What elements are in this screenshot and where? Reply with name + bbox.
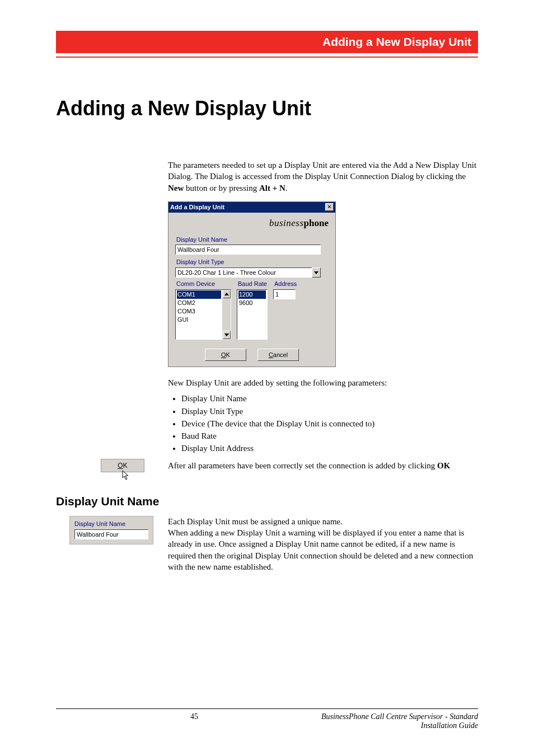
page-footer: 45 BusinessPhone Call Centre Supervisor … xyxy=(56,708,478,730)
display-unit-type-select[interactable] xyxy=(175,267,312,278)
display-unit-name-thumbnail: Display Unit Name xyxy=(69,516,153,544)
header-bar: Adding a New Display Unit xyxy=(56,31,478,53)
cursor-icon xyxy=(122,470,132,481)
scroll-up-icon[interactable] xyxy=(223,290,231,298)
comm-device-label: Comm Device xyxy=(176,280,231,288)
sec2-p1: Each Display Unit must be assigned a uni… xyxy=(168,516,478,527)
baud-rate-listbox[interactable]: 1200 9600 xyxy=(237,289,268,340)
type-label: Display Unit Type xyxy=(176,258,329,266)
ok-paragraph: After all parameters have been correctly… xyxy=(168,460,478,471)
baud-rate-label: Baud Rate xyxy=(238,280,268,288)
params-list: Display Unit Name Display Unit Type Devi… xyxy=(181,393,478,454)
thumb-name-input xyxy=(74,529,148,539)
display-unit-name-input[interactable] xyxy=(175,245,321,255)
section-title-display-unit-name: Display Unit Name xyxy=(56,495,478,508)
params-lead: New Display Unit are added by setting th… xyxy=(168,377,478,388)
close-icon[interactable]: × xyxy=(325,203,334,211)
ok-button[interactable]: OK xyxy=(205,349,246,361)
list-item: Device (The device that the Display Unit… xyxy=(181,418,478,429)
list-item[interactable]: COM3 xyxy=(177,307,221,316)
address-input[interactable] xyxy=(273,289,296,299)
intro-paragraph: The parameters needed to set up a Displa… xyxy=(168,159,478,194)
name-label: Display Unit Name xyxy=(176,236,329,244)
list-item[interactable]: GUI xyxy=(177,316,221,324)
list-item[interactable]: 1200 xyxy=(238,290,266,299)
thumb-label: Display Unit Name xyxy=(74,520,148,528)
header-title: Adding a New Display Unit xyxy=(322,35,471,48)
comm-device-listbox[interactable]: COM1 COM2 COM3 GUI xyxy=(175,289,231,340)
dialog-titlebar: Add a Display Unit × xyxy=(168,202,335,213)
scroll-down-icon[interactable] xyxy=(223,331,231,339)
list-item: Display Unit Address xyxy=(181,443,478,454)
page-number: 45 xyxy=(190,712,198,721)
scrollbar[interactable] xyxy=(222,290,231,339)
page-title: Adding a New Display Unit xyxy=(56,97,478,120)
list-item: Display Unit Type xyxy=(181,406,478,417)
footer-right: BusinessPhone Call Centre Supervisor - S… xyxy=(321,712,478,730)
list-item[interactable]: COM1 xyxy=(177,290,221,299)
address-label: Address xyxy=(274,280,297,288)
sec2-p2: When adding a new Display Unit a warning… xyxy=(168,527,478,572)
list-item[interactable]: COM2 xyxy=(177,299,221,307)
footer-rule xyxy=(56,708,478,709)
header-rule xyxy=(56,57,478,58)
list-item: Baud Rate xyxy=(181,430,478,442)
list-item: Display Unit Name xyxy=(181,393,478,404)
list-item[interactable]: 9600 xyxy=(238,299,266,307)
cancel-button[interactable]: Cancel xyxy=(257,349,299,361)
add-display-unit-dialog: Add a Display Unit × businessphone Displ… xyxy=(168,201,336,367)
chevron-down-icon[interactable] xyxy=(312,267,321,278)
dialog-title: Add a Display Unit xyxy=(170,203,224,212)
brand-logo: businessphone xyxy=(175,217,329,230)
